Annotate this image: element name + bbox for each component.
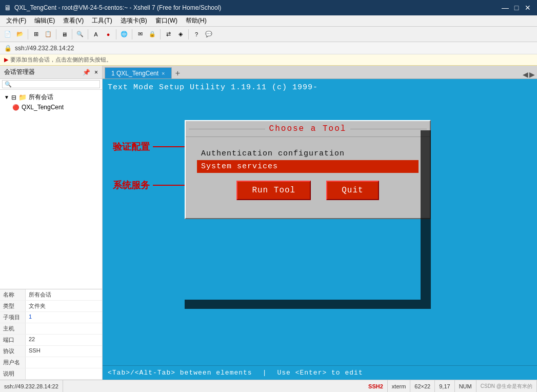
prop-name: 名称 所有会话 xyxy=(0,289,102,301)
status-cursor-text: 9,17 xyxy=(439,383,450,389)
toolbar: 📄 📂 ⊞ 📋 🖥 🔍 A ● 🌐 ✉ 🔒 ⇄ ◈ ? 💬 xyxy=(0,27,537,42)
dialog-content: Authentication configuration System serv… xyxy=(186,137,430,218)
lock-icon: 🔒 xyxy=(4,45,12,52)
tab-qxl-tengcent[interactable]: 1 QXL_TengCent × xyxy=(105,67,172,79)
prop-port: 端口 22 xyxy=(0,335,102,346)
status-address: ssh://49.232.28.14:22 xyxy=(0,380,63,392)
lock-btn[interactable]: 🔒 xyxy=(147,29,158,40)
sidebar: 会话管理器 📌 × ▼ ⊟ 📁 所有会话 🔴 QXL_TengCent xyxy=(0,66,103,380)
dialog-buttons: Run Tool Quit xyxy=(201,173,414,210)
app-icon: 🖥 xyxy=(4,4,11,12)
minus-icon: ⊟ xyxy=(11,94,16,101)
status-cursor: 9,17 xyxy=(435,380,454,392)
terminal-footer: <Tab>/<Alt-Tab> between elements | Use <… xyxy=(103,365,537,380)
session-label: QXL_TengCent xyxy=(22,104,64,111)
transfer-btn[interactable]: ⇄ xyxy=(163,29,174,40)
script-btn[interactable]: ◈ xyxy=(175,29,186,40)
minimize-button[interactable]: — xyxy=(500,3,510,13)
all-sessions-label: 所有会话 xyxy=(29,93,53,102)
prop-protocol: 协议 SSH xyxy=(0,346,102,357)
window-title: QXL_TengCent - root@VM-24-5-centos:~ - X… xyxy=(14,4,221,11)
footer-enter-hint: Use <Enter> to edit xyxy=(277,369,363,377)
arrow-icon: ▶ xyxy=(4,56,8,63)
annotation-auth-label: 验证配置 xyxy=(113,141,150,153)
footer-separator: | xyxy=(263,369,267,377)
terminal-btn[interactable]: 🖥 xyxy=(58,29,70,40)
menu-tools[interactable]: 工具(T) xyxy=(88,15,116,26)
terminal[interactable]: Text Mode Setup Utility 1.19.11 (c) 1999… xyxy=(103,79,537,380)
status-bar: ssh://49.232.28.14:22 SSH2 xterm 62×22 9… xyxy=(0,380,537,392)
xshell-icon[interactable]: 🌐 xyxy=(118,29,130,40)
title-bar: 🖥 QXL_TengCent - root@VM-24-5-centos:~ -… xyxy=(0,0,537,15)
status-ssh: SSH2 xyxy=(364,380,388,392)
prop-username: 用户名 xyxy=(0,357,102,368)
quit-button[interactable]: Quit xyxy=(326,181,379,200)
status-terminal: xterm xyxy=(388,380,411,392)
status-terminal-text: xterm xyxy=(392,383,406,389)
menu-window[interactable]: 窗口(W) xyxy=(151,15,182,26)
prop-host: 主机 xyxy=(0,323,102,335)
prop-type: 类型 文件夹 xyxy=(0,301,102,312)
tab-bar: 1 QXL_TengCent × + ◀ ▶ xyxy=(103,66,537,79)
new-tab-button[interactable]: + xyxy=(173,68,183,79)
annotation-services-label: 系统服务 xyxy=(113,179,150,191)
address-bar: 🔒 ssh://49.232.28.14:22 xyxy=(0,42,537,54)
status-size-text: 62×22 xyxy=(414,383,430,389)
color-btn[interactable]: ● xyxy=(103,29,114,40)
info-btn[interactable]: 💬 xyxy=(203,29,214,40)
folder-icon: 📁 xyxy=(18,93,27,101)
address-text: ssh://49.232.28.14:22 xyxy=(15,45,74,52)
menu-file[interactable]: 文件(F) xyxy=(2,15,30,26)
menu-help[interactable]: 帮助(H) xyxy=(182,15,211,26)
terminal-header: Text Mode Setup Utility 1.19.11 (c) 1999… xyxy=(103,79,537,94)
status-size: 62×22 xyxy=(410,380,435,392)
tab-navigation: ◀ ▶ xyxy=(523,70,535,79)
status-numlock-text: NUM xyxy=(459,383,472,389)
run-tool-button[interactable]: Run Tool xyxy=(236,181,311,200)
tab-next-icon[interactable]: ▶ xyxy=(529,70,535,79)
dialog-title: Choose a Tool xyxy=(186,121,430,137)
info-text: 要添加当前会话，点击左侧的箭头按钮。 xyxy=(10,56,112,64)
copy-btn[interactable]: ⊞ xyxy=(30,29,42,40)
dialog-option-auth[interactable]: Authentication configuration xyxy=(201,147,414,160)
new-session-btn[interactable]: 📄 xyxy=(2,29,13,40)
open-btn[interactable]: 📂 xyxy=(14,29,26,40)
help-btn[interactable]: ? xyxy=(191,29,202,40)
prop-description: 说明 xyxy=(0,368,102,380)
main-area: 会话管理器 📌 × ▼ ⊟ 📁 所有会话 🔴 QXL_TengCent xyxy=(0,66,537,380)
choose-tool-dialog: Choose a Tool Authentication configurati… xyxy=(185,120,431,219)
properties-panel: 名称 所有会话 类型 文件夹 子项目 1 主机 端口 22 协议 SSH xyxy=(0,289,102,380)
dialog-option-services[interactable]: System services xyxy=(197,160,419,173)
shadow-right xyxy=(421,130,431,300)
tree-session-item[interactable]: 🔴 QXL_TengCent xyxy=(2,103,100,112)
info-bar: ▶ 要添加当前会话，点击左侧的箭头按钮。 xyxy=(0,54,537,66)
tab-close-icon[interactable]: × xyxy=(162,70,165,76)
menu-tabs[interactable]: 选项卡(B) xyxy=(116,15,151,26)
expand-icon: ▼ xyxy=(4,94,9,100)
footer-keybinding: <Tab>/<Alt-Tab> between elements xyxy=(108,369,252,377)
session-search-input[interactable] xyxy=(2,80,100,88)
menu-view[interactable]: 查看(V) xyxy=(59,15,88,26)
status-ssh-text: SSH2 xyxy=(368,383,383,389)
tab-area: 1 QXL_TengCent × + ◀ ▶ Text Mode Setup U… xyxy=(103,66,537,380)
pin-icon[interactable]: 📌 xyxy=(83,69,90,76)
prop-children: 子项目 1 xyxy=(0,312,102,323)
menu-edit[interactable]: 编辑(E) xyxy=(30,15,59,26)
status-address-text: ssh://49.232.28.14:22 xyxy=(4,383,58,389)
search-btn[interactable]: 🔍 xyxy=(74,29,86,40)
compose-btn[interactable]: ✉ xyxy=(134,29,146,40)
font-btn[interactable]: A xyxy=(90,29,102,40)
menu-bar: 文件(F) 编辑(E) 查看(V) 工具(T) 选项卡(B) 窗口(W) 帮助(… xyxy=(0,15,537,27)
tab-label: 1 QXL_TengCent xyxy=(111,70,158,77)
sidebar-content: ▼ ⊟ 📁 所有会话 🔴 QXL_TengCent xyxy=(0,90,102,289)
status-numlock: NUM xyxy=(455,380,476,392)
sidebar-header: 会话管理器 📌 × xyxy=(0,66,102,79)
paste-btn[interactable]: 📋 xyxy=(43,29,54,40)
close-button[interactable]: ✕ xyxy=(523,3,533,13)
window-controls[interactable]: — □ ✕ xyxy=(500,3,533,13)
connection-icon: 🔴 xyxy=(12,104,19,111)
tree-all-sessions[interactable]: ▼ ⊟ 📁 所有会话 xyxy=(2,92,100,103)
sidebar-close-icon[interactable]: × xyxy=(94,69,98,76)
maximize-button[interactable]: □ xyxy=(511,3,522,13)
tab-prev-icon[interactable]: ◀ xyxy=(523,70,528,79)
